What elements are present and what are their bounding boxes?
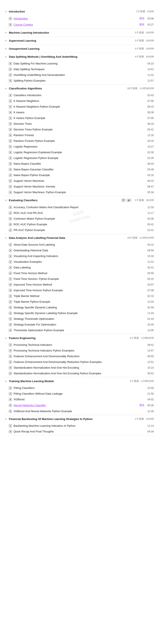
lesson-duration: 12:05 bbox=[147, 329, 154, 332]
lesson-duration: 13:57 bbox=[147, 349, 154, 352]
lesson-name: Strategy Example For Optimization bbox=[14, 323, 146, 326]
chevron-icon: ∨ bbox=[4, 48, 7, 50]
play-icon bbox=[9, 249, 12, 252]
lesson-list-backtesting: Backtesting Machine Learning Indicators … bbox=[4, 423, 154, 435]
play-icon bbox=[9, 289, 12, 292]
lesson-preview-button[interactable]: 预览 bbox=[139, 23, 144, 26]
lesson-preview-button[interactable]: 预览 bbox=[139, 17, 144, 20]
lesson-duration: 15:33 bbox=[147, 255, 154, 258]
section-meta-evaluating: 5个讲座 · 35分钟 bbox=[135, 199, 154, 202]
play-icon bbox=[9, 217, 12, 220]
lesson-name: Thresholds Optimization Python Example bbox=[14, 329, 146, 332]
lesson-name: XGBoost bbox=[14, 398, 146, 401]
section-header-ml-intro[interactable]: ∨Machine Learning Introduction5个讲座 · 26分… bbox=[4, 29, 154, 36]
lesson-item: K Nearest Neighbors07:56 bbox=[4, 98, 154, 104]
lesson-duration: 05:50 bbox=[147, 272, 154, 275]
lesson-name: Improved Time Horizon Python Example bbox=[14, 289, 146, 292]
lesson-name: Naive Bayes Gaussian Classifier bbox=[14, 168, 146, 171]
lesson-item: Neural Networks Classifier预览05:26 bbox=[4, 402, 154, 408]
section-intro: ∧Introduction2个讲座 · 6分钟Introduction预览03:… bbox=[4, 8, 154, 29]
page-container: ∧Introduction2个讲座 · 6分钟Introduction预览03:… bbox=[0, 0, 158, 439]
section-meta-training: 5个讲座 · 1小时6分钟 bbox=[130, 380, 154, 383]
sections-container: ∧Introduction2个讲座 · 6分钟Introduction预览03:… bbox=[4, 8, 154, 436]
play-icon bbox=[9, 145, 12, 148]
lesson-duration: 02:43 bbox=[147, 94, 154, 97]
lesson-name: Visualization Examples bbox=[14, 260, 146, 263]
lesson-name: Strategy Thresholds Optimization bbox=[14, 317, 146, 320]
lesson-name: Naive Bayes Python Example bbox=[14, 174, 146, 177]
section-header-classification[interactable]: ∧Classification Algorithms18个讲座 · 1小时58分… bbox=[4, 84, 154, 92]
lesson-duration: 11:03 bbox=[147, 312, 154, 315]
lesson-item: Triple Barrier Python Example12:04 bbox=[4, 299, 154, 304]
lesson-name[interactable]: Course Content bbox=[14, 23, 138, 26]
play-icon bbox=[9, 392, 12, 395]
lesson-name: Strategy Specific Dynamic Labeling Pytho… bbox=[14, 312, 146, 315]
section-header-evaluating[interactable]: ∧Evaluating Classifiers字🔊5个讲座 · 35分钟 bbox=[4, 196, 154, 204]
lesson-item: Logistic Regression Python Example02:29 bbox=[4, 155, 154, 161]
lesson-item: Data Splitting For Machine Learning04:23 bbox=[4, 61, 154, 66]
lesson-duration: 06:52 bbox=[147, 372, 154, 375]
lesson-duration: 01:43 bbox=[147, 318, 154, 320]
lesson-duration: 02:10 bbox=[147, 295, 154, 298]
section-header-supervised[interactable]: ∨Supervised Learning5个讲座 · 20分钟 bbox=[4, 37, 154, 44]
lesson-item: Support Vector Machines: Kernels08:47 bbox=[4, 184, 154, 189]
lesson-name: Splitting Python Examples bbox=[14, 79, 146, 82]
lesson-item: Introduction预览03:06 bbox=[4, 16, 154, 22]
badge-subtitle: 字 bbox=[121, 198, 126, 202]
lesson-item: Quick Recap And Final Thoughts04:34 bbox=[4, 429, 154, 434]
lesson-item: Naive Bayes Python Example03:16 bbox=[4, 172, 154, 178]
lesson-item: Fixed Time Horizon Method05:50 bbox=[4, 270, 154, 276]
lesson-name[interactable]: Introduction bbox=[14, 17, 138, 20]
section-header-data-splitting[interactable]: ∧Data Splitting Methods | Overfitting An… bbox=[4, 53, 154, 61]
lesson-duration: 04:16 bbox=[147, 140, 154, 142]
lesson-item: Standardization Normalization And One Ho… bbox=[4, 365, 154, 370]
section-header-feature-engineering[interactable]: ∧Feature Engineering6个讲座 · 1小时8分钟 bbox=[4, 334, 154, 342]
lesson-duration: 09:59 bbox=[147, 249, 154, 252]
lesson-name: Strategy Specific Dynamic Labeling bbox=[14, 306, 146, 309]
section-header-unsupervised[interactable]: ∨Unsupervised Learning5个讲座 · 19分钟 bbox=[4, 45, 154, 53]
play-icon bbox=[9, 223, 12, 226]
lesson-name: Decision Trees Python Example bbox=[14, 128, 146, 131]
lesson-item: Downloading Historical Data09:59 bbox=[4, 248, 154, 253]
section-header-intro[interactable]: ∧Introduction2个讲座 · 6分钟 bbox=[4, 8, 154, 16]
lesson-duration: 02:45 bbox=[147, 323, 154, 326]
lesson-duration: 07:05 bbox=[147, 117, 154, 120]
section-header-training[interactable]: ∧Training Machine Learning Models5个讲座 · … bbox=[4, 377, 154, 385]
play-icon bbox=[9, 79, 12, 82]
chevron-icon: ∧ bbox=[4, 418, 7, 420]
lesson-preview-button[interactable]: 预览 bbox=[139, 404, 144, 407]
badge-audio: 🔊 bbox=[126, 199, 131, 202]
lesson-list-training: Fitting Classifiers23:50Fitting Classifi… bbox=[4, 385, 154, 415]
lesson-name: Processing Technical Indicators bbox=[14, 343, 146, 346]
play-icon bbox=[9, 272, 12, 275]
lesson-item: Strategy Thresholds Optimization01:43 bbox=[4, 316, 154, 322]
lesson-item: Strategy Specific Dynamic Labeling Pytho… bbox=[4, 310, 154, 316]
lesson-name: Naive Bayes Classifier bbox=[14, 162, 146, 165]
play-icon bbox=[9, 295, 12, 298]
lesson-name: Classifiers Introduction bbox=[14, 94, 146, 97]
lesson-name: Data Splitting Techniques bbox=[14, 68, 146, 71]
lesson-name: Overfitting Underfitting And Generalizat… bbox=[14, 73, 146, 76]
lesson-name: Random Forests Python Example bbox=[14, 139, 146, 142]
lesson-duration: 07:56 bbox=[147, 100, 154, 102]
lesson-name[interactable]: Neural Networks Classifier bbox=[14, 404, 138, 407]
chevron-icon: ∧ bbox=[4, 237, 7, 239]
chevron-icon: ∧ bbox=[4, 87, 7, 90]
play-icon bbox=[9, 300, 12, 303]
play-icon bbox=[9, 212, 12, 214]
lesson-item: Decision Trees08:18 bbox=[4, 121, 154, 126]
play-icon bbox=[9, 156, 12, 160]
section-header-data-analysis[interactable]: ∧Data Analysis And Labelling Financial D… bbox=[4, 234, 154, 242]
lesson-item: ROC-AUC And PR-AUC11:17 bbox=[4, 210, 154, 216]
lesson-duration: 05:48 bbox=[147, 168, 154, 171]
section-feature-engineering: ∧Feature Engineering6个讲座 · 1小时8分钟Process… bbox=[4, 334, 154, 377]
lesson-duration: 09:41 bbox=[147, 344, 154, 346]
lesson-item: Random Forests Python Example04:16 bbox=[4, 138, 154, 144]
play-icon bbox=[9, 243, 12, 246]
section-header-backtesting[interactable]: ∧Financial Backtesting Of Machine Learni… bbox=[4, 415, 154, 423]
lesson-name: Random Forests bbox=[14, 134, 146, 137]
lesson-name: Improved Time Horizon Method bbox=[14, 283, 146, 286]
play-icon bbox=[9, 94, 12, 97]
lesson-duration: 08:47 bbox=[147, 185, 154, 188]
play-icon bbox=[9, 398, 12, 401]
